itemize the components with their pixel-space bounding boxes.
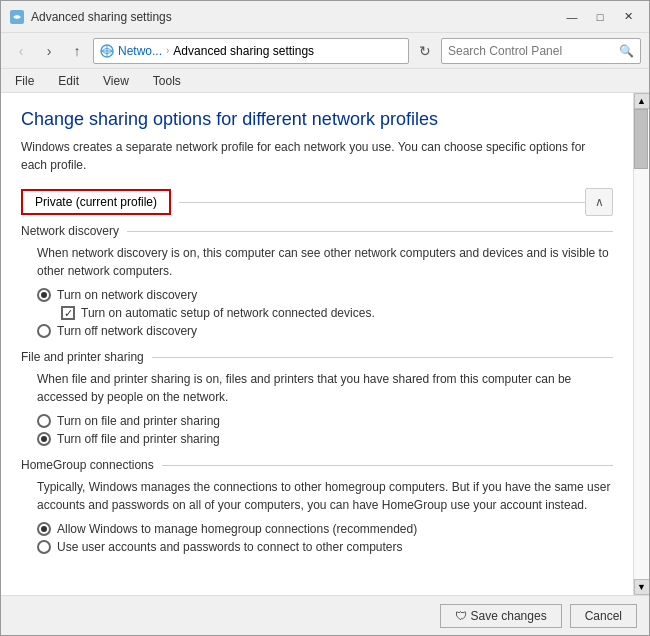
breadcrumb-current: Advanced sharing settings: [173, 44, 314, 58]
up-button[interactable]: ↑: [65, 39, 89, 63]
radio-label-turn-on-discovery: Turn on network discovery: [57, 288, 197, 302]
radio-btn-turn-on-sharing: [37, 414, 51, 428]
file-printer-sharing-section: File and printer sharing When file and p…: [21, 350, 613, 446]
network-discovery-options: Turn on network discovery Turn on automa…: [37, 288, 613, 338]
radio-label-allow-windows: Allow Windows to manage homegroup connec…: [57, 522, 417, 536]
radio-btn-turn-off-sharing: [37, 432, 51, 446]
network-discovery-section: Network discovery When network discovery…: [21, 224, 613, 338]
checkbox-btn-auto-setup: [61, 306, 75, 320]
checkbox-auto-setup[interactable]: Turn on automatic setup of network conne…: [61, 306, 613, 320]
main-window: Advanced sharing settings — □ ✕ ‹ › ↑ Ne…: [0, 0, 650, 636]
save-changes-button[interactable]: 🛡 Save changes: [440, 604, 562, 628]
private-section-title: Private (current profile): [35, 195, 157, 209]
title-bar: Advanced sharing settings — □ ✕: [1, 1, 649, 33]
toolbar: ‹ › ↑ Netwo... › Advanced sharing settin…: [1, 33, 649, 69]
network-discovery-desc: When network discovery is on, this compu…: [21, 244, 613, 280]
cancel-button[interactable]: Cancel: [570, 604, 637, 628]
network-icon: [100, 44, 114, 58]
network-discovery-title: Network discovery: [21, 224, 127, 238]
page-title: Change sharing options for different net…: [21, 109, 613, 130]
radio-btn-turn-on-discovery: [37, 288, 51, 302]
maximize-button[interactable]: □: [587, 7, 613, 27]
menu-view[interactable]: View: [97, 72, 135, 90]
radio-label-turn-off-sharing: Turn off file and printer sharing: [57, 432, 220, 446]
content-area: Change sharing options for different net…: [1, 93, 649, 595]
radio-allow-windows[interactable]: Allow Windows to manage homegroup connec…: [37, 522, 613, 536]
scrollbar[interactable]: ▲ ▼: [633, 93, 649, 595]
radio-turn-off-discovery[interactable]: Turn off network discovery: [37, 324, 613, 338]
main-content: Change sharing options for different net…: [1, 93, 633, 595]
breadcrumb-network[interactable]: Netwo...: [118, 44, 162, 58]
back-button[interactable]: ‹: [9, 39, 33, 63]
page-description: Windows creates a separate network profi…: [21, 138, 613, 174]
refresh-button[interactable]: ↻: [413, 39, 437, 63]
radio-label-turn-off-discovery: Turn off network discovery: [57, 324, 197, 338]
file-printer-sharing-desc: When file and printer sharing is on, fil…: [21, 370, 613, 406]
network-discovery-header-line: Network discovery: [21, 224, 613, 238]
scroll-thumb[interactable]: [634, 109, 648, 169]
scroll-track[interactable]: [634, 109, 649, 579]
search-icon: 🔍: [619, 44, 634, 58]
save-changes-label: Save changes: [471, 609, 547, 623]
menubar: File Edit View Tools: [1, 69, 649, 93]
forward-button[interactable]: ›: [37, 39, 61, 63]
shield-icon: 🛡: [455, 609, 467, 623]
file-printer-sharing-title: File and printer sharing: [21, 350, 152, 364]
radio-label-use-accounts: Use user accounts and passwords to conne…: [57, 540, 403, 554]
file-printer-sharing-header-line: File and printer sharing: [21, 350, 613, 364]
radio-turn-off-sharing[interactable]: Turn off file and printer sharing: [37, 432, 613, 446]
radio-btn-allow-windows: [37, 522, 51, 536]
search-box[interactable]: 🔍: [441, 38, 641, 64]
radio-use-accounts[interactable]: Use user accounts and passwords to conne…: [37, 540, 613, 554]
radio-label-turn-on-sharing: Turn on file and printer sharing: [57, 414, 220, 428]
window-controls: — □ ✕: [559, 7, 641, 27]
homegroup-title: HomeGroup connections: [21, 458, 162, 472]
file-printer-sharing-options: Turn on file and printer sharing Turn of…: [37, 414, 613, 446]
breadcrumb: Netwo... › Advanced sharing settings: [93, 38, 409, 64]
menu-file[interactable]: File: [9, 72, 40, 90]
private-section-header-row: Private (current profile) ∧: [21, 188, 613, 216]
radio-turn-on-sharing[interactable]: Turn on file and printer sharing: [37, 414, 613, 428]
scroll-down-button[interactable]: ▼: [634, 579, 650, 595]
radio-turn-on-discovery[interactable]: Turn on network discovery: [37, 288, 613, 302]
menu-tools[interactable]: Tools: [147, 72, 187, 90]
menu-edit[interactable]: Edit: [52, 72, 85, 90]
close-button[interactable]: ✕: [615, 7, 641, 27]
section-collapse-button[interactable]: ∧: [585, 188, 613, 216]
homegroup-header-line: HomeGroup connections: [21, 458, 613, 472]
scroll-up-button[interactable]: ▲: [634, 93, 650, 109]
minimize-button[interactable]: —: [559, 7, 585, 27]
homegroup-desc: Typically, Windows manages the connectio…: [21, 478, 613, 514]
bottom-bar: 🛡 Save changes Cancel: [1, 595, 649, 635]
radio-btn-turn-off-discovery: [37, 324, 51, 338]
search-input[interactable]: [448, 44, 615, 58]
homegroup-options: Allow Windows to manage homegroup connec…: [37, 522, 613, 554]
homegroup-section: HomeGroup connections Typically, Windows…: [21, 458, 613, 554]
window-title: Advanced sharing settings: [31, 10, 553, 24]
checkbox-label-auto-setup: Turn on automatic setup of network conne…: [81, 306, 375, 320]
breadcrumb-separator: ›: [166, 45, 169, 56]
app-icon: [9, 9, 25, 25]
radio-btn-use-accounts: [37, 540, 51, 554]
